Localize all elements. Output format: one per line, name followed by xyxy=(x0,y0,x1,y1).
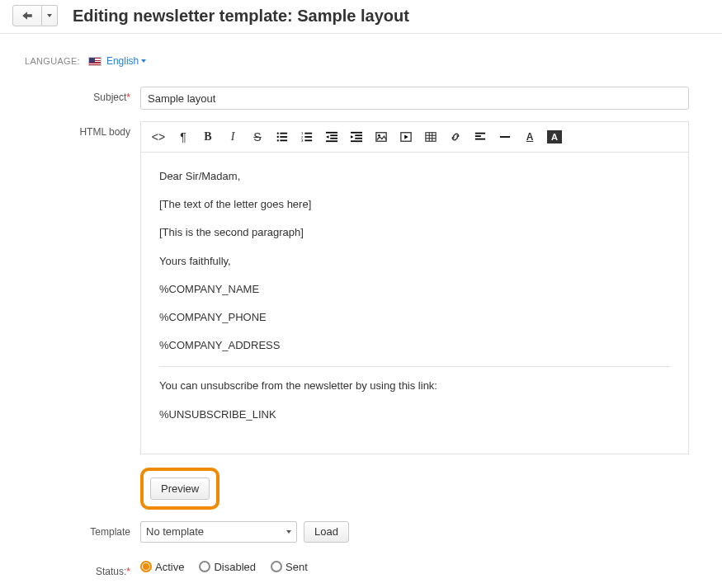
subject-label: Subject* xyxy=(25,87,140,103)
page-title: Editing newsletter template: Sample layo… xyxy=(73,7,409,26)
svg-text:3: 3 xyxy=(301,139,304,143)
svg-rect-18 xyxy=(355,134,362,136)
language-row: LANGUAGE: English xyxy=(0,34,722,75)
svg-rect-20 xyxy=(355,138,362,139)
editor-line: Yours faithfully, xyxy=(159,254,670,269)
svg-point-2 xyxy=(277,136,279,138)
editor-divider xyxy=(159,366,670,367)
svg-rect-26 xyxy=(426,133,436,142)
svg-point-4 xyxy=(277,139,279,141)
load-button[interactable]: Load xyxy=(304,521,349,543)
link-icon[interactable] xyxy=(443,127,468,147)
editor-line: Dear Sir/Madam, xyxy=(159,169,670,184)
page-header: Editing newsletter template: Sample layo… xyxy=(0,0,722,34)
template-label: Template xyxy=(25,521,140,538)
svg-marker-25 xyxy=(404,134,408,139)
back-button[interactable] xyxy=(12,5,42,26)
chevron-down-icon xyxy=(141,59,146,63)
back-button-dropdown[interactable] xyxy=(42,5,58,26)
form-area: Subject* HTML body <> ¶ B I S 123 xyxy=(0,75,722,588)
svg-rect-33 xyxy=(475,139,485,140)
status-radio-active[interactable]: Active xyxy=(140,561,184,573)
template-select-value: No template xyxy=(146,525,204,538)
row-status: Status:* Active Disabled Sent xyxy=(25,561,697,577)
background-color-icon[interactable]: A xyxy=(547,130,562,143)
svg-marker-19 xyxy=(351,135,354,139)
radio-label: Sent xyxy=(285,561,308,573)
svg-point-0 xyxy=(277,132,279,134)
svg-rect-12 xyxy=(326,132,337,134)
paragraph-icon[interactable]: ¶ xyxy=(171,127,196,147)
status-radio-sent[interactable]: Sent xyxy=(271,561,308,573)
table-icon[interactable] xyxy=(418,127,443,147)
image-icon[interactable] xyxy=(369,127,394,147)
svg-rect-21 xyxy=(351,140,362,142)
template-select[interactable]: No template xyxy=(140,521,297,543)
row-preview: Preview xyxy=(25,468,697,510)
radio-label: Active xyxy=(155,561,184,573)
svg-rect-7 xyxy=(304,133,312,134)
language-selector[interactable]: English xyxy=(106,55,146,67)
language-label: LANGUAGE: xyxy=(25,56,80,66)
required-marker: * xyxy=(126,566,130,577)
back-button-group xyxy=(12,5,58,26)
italic-icon[interactable]: I xyxy=(220,127,245,147)
indent-icon[interactable] xyxy=(344,127,369,147)
row-html-body: HTML body <> ¶ B I S 123 xyxy=(25,121,697,454)
svg-rect-9 xyxy=(304,136,312,138)
bold-icon[interactable]: B xyxy=(196,127,220,147)
required-marker: * xyxy=(126,92,130,103)
svg-rect-16 xyxy=(326,140,337,142)
row-subject: Subject* xyxy=(25,87,697,110)
preview-button[interactable]: Preview xyxy=(150,477,210,500)
editor-content[interactable]: Dear Sir/Madam, [The text of the letter … xyxy=(141,153,688,454)
svg-rect-1 xyxy=(280,133,287,134)
svg-rect-13 xyxy=(330,134,337,136)
radio-icon xyxy=(271,561,282,572)
preview-highlight: Preview xyxy=(140,468,219,510)
source-code-icon[interactable]: <> xyxy=(146,127,171,147)
ordered-list-icon[interactable]: 123 xyxy=(295,127,319,147)
radio-icon xyxy=(199,561,210,572)
svg-rect-17 xyxy=(351,132,362,134)
text-color-icon[interactable]: A xyxy=(517,127,542,147)
editor-line: [The text of the letter goes here] xyxy=(159,197,670,212)
horizontal-rule-icon[interactable] xyxy=(493,127,517,147)
editor-line: %COMPANY_ADDRESS xyxy=(159,338,670,353)
chevron-down-icon xyxy=(286,530,291,534)
svg-rect-3 xyxy=(280,136,287,138)
svg-rect-32 xyxy=(475,135,481,137)
unordered-list-icon[interactable] xyxy=(270,127,295,147)
svg-rect-31 xyxy=(475,133,485,134)
svg-rect-11 xyxy=(304,140,312,142)
flag-us-icon xyxy=(88,57,101,66)
svg-rect-34 xyxy=(500,136,510,138)
video-icon[interactable] xyxy=(394,127,418,147)
status-radio-disabled[interactable]: Disabled xyxy=(199,561,256,573)
subject-input[interactable] xyxy=(140,87,689,110)
svg-rect-15 xyxy=(330,138,337,139)
editor-line: You can unsubscribe from the newsletter … xyxy=(159,379,670,393)
language-value: English xyxy=(106,55,139,67)
editor-line: %UNSUBSCRIBE_LINK xyxy=(159,407,670,422)
editor-line: %COMPANY_PHONE xyxy=(159,310,670,325)
chevron-down-icon xyxy=(47,14,52,17)
radio-icon xyxy=(140,561,152,572)
svg-marker-14 xyxy=(326,135,329,139)
back-arrow-icon xyxy=(21,11,33,21)
html-editor: <> ¶ B I S 123 xyxy=(140,121,689,454)
editor-line: %COMPANY_NAME xyxy=(159,282,670,297)
row-template: Template No template Load xyxy=(25,521,697,543)
editor-toolbar: <> ¶ B I S 123 xyxy=(141,122,688,153)
status-label: Status:* xyxy=(25,561,140,577)
htmlbody-label: HTML body xyxy=(25,121,140,138)
editor-line: [This is the second paragraph] xyxy=(159,225,670,240)
radio-label: Disabled xyxy=(214,561,256,573)
outdent-icon[interactable] xyxy=(319,127,344,147)
align-icon[interactable] xyxy=(468,127,493,147)
svg-rect-5 xyxy=(280,140,287,142)
strikethrough-icon[interactable]: S xyxy=(245,127,270,147)
